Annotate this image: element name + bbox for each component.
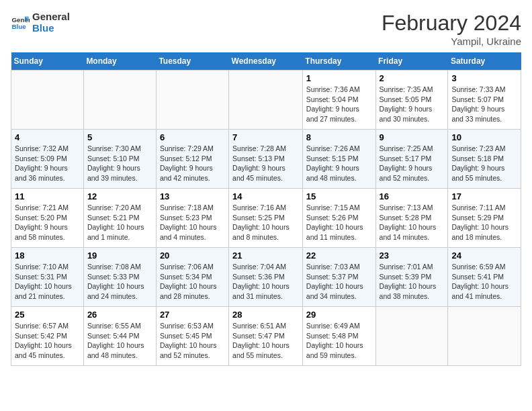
calendar-cell: 7Sunrise: 7:28 AMSunset: 5:13 PMDaylight… (229, 130, 303, 189)
weekday-header-sunday: Sunday (11, 52, 84, 71)
day-number: 14 (232, 191, 299, 201)
day-info: Sunrise: 7:10 AMSunset: 5:31 PMDaylight:… (15, 262, 80, 302)
page-header: General Blue General Blue February 2024 … (11, 11, 521, 47)
day-number: 23 (380, 250, 445, 261)
calendar-cell: 16Sunrise: 7:13 AMSunset: 5:28 PMDayligh… (375, 189, 448, 248)
day-number: 13 (160, 191, 225, 201)
svg-text:Blue: Blue (11, 23, 26, 30)
day-number: 3 (451, 73, 517, 83)
calendar-cell: 24Sunrise: 6:59 AMSunset: 5:41 PMDayligh… (448, 248, 521, 307)
day-number: 10 (451, 132, 517, 142)
day-number: 5 (87, 132, 152, 142)
day-info: Sunrise: 7:01 AMSunset: 5:39 PMDaylight:… (380, 262, 445, 302)
calendar-week-3: 11Sunrise: 7:21 AMSunset: 5:20 PMDayligh… (11, 189, 521, 248)
day-info: Sunrise: 7:25 AMSunset: 5:17 PMDaylight:… (380, 144, 445, 183)
day-number: 7 (232, 132, 299, 142)
day-info: Sunrise: 6:57 AMSunset: 5:42 PMDaylight:… (15, 321, 80, 361)
calendar-cell: 29Sunrise: 6:49 AMSunset: 5:48 PMDayligh… (302, 307, 375, 366)
calendar-cell: 17Sunrise: 7:11 AMSunset: 5:29 PMDayligh… (448, 189, 521, 248)
day-number: 21 (232, 250, 299, 261)
day-info: Sunrise: 7:15 AMSunset: 5:26 PMDaylight:… (306, 203, 372, 242)
calendar-cell: 19Sunrise: 7:08 AMSunset: 5:33 PMDayligh… (83, 248, 156, 307)
day-number: 29 (306, 310, 372, 320)
location-subtitle: Yampil, Ukraine (382, 36, 521, 47)
calendar-cell: 11Sunrise: 7:21 AMSunset: 5:20 PMDayligh… (11, 189, 84, 248)
weekday-header-tuesday: Tuesday (156, 52, 228, 71)
day-info: Sunrise: 7:03 AMSunset: 5:37 PMDaylight:… (306, 262, 372, 302)
day-info: Sunrise: 7:35 AMSunset: 5:05 PMDaylight:… (380, 85, 445, 124)
calendar-cell: 28Sunrise: 6:51 AMSunset: 5:47 PMDayligh… (229, 307, 303, 366)
weekday-header-saturday: Saturday (448, 52, 521, 71)
calendar-cell: 2Sunrise: 7:35 AMSunset: 5:05 PMDaylight… (375, 71, 448, 130)
logo-icon: General Blue (11, 13, 30, 32)
month-title: February 2024 (382, 11, 521, 36)
calendar-cell: 23Sunrise: 7:01 AMSunset: 5:39 PMDayligh… (375, 248, 448, 307)
calendar-week-1: 1Sunrise: 7:36 AMSunset: 5:04 PMDaylight… (11, 71, 521, 130)
day-info: Sunrise: 7:16 AMSunset: 5:25 PMDaylight:… (232, 203, 299, 242)
day-info: Sunrise: 7:36 AMSunset: 5:04 PMDaylight:… (306, 85, 372, 124)
logo-blue: Blue (32, 22, 70, 34)
day-number: 20 (160, 250, 225, 261)
calendar-cell: 25Sunrise: 6:57 AMSunset: 5:42 PMDayligh… (11, 307, 84, 366)
weekday-header-thursday: Thursday (302, 52, 375, 71)
day-number: 2 (380, 73, 445, 83)
day-info: Sunrise: 7:33 AMSunset: 5:07 PMDaylight:… (451, 85, 517, 124)
calendar-cell: 3Sunrise: 7:33 AMSunset: 5:07 PMDaylight… (448, 71, 521, 130)
calendar-cell: 20Sunrise: 7:06 AMSunset: 5:34 PMDayligh… (156, 248, 228, 307)
calendar-cell: 12Sunrise: 7:20 AMSunset: 5:21 PMDayligh… (83, 189, 156, 248)
day-info: Sunrise: 7:28 AMSunset: 5:13 PMDaylight:… (232, 144, 299, 183)
day-info: Sunrise: 7:11 AMSunset: 5:29 PMDaylight:… (451, 203, 517, 242)
calendar-week-2: 4Sunrise: 7:32 AMSunset: 5:09 PMDaylight… (11, 130, 521, 189)
weekday-header-row: SundayMondayTuesdayWednesdayThursdayFrid… (11, 52, 521, 71)
day-number: 27 (160, 310, 225, 320)
day-number: 17 (451, 191, 517, 201)
weekday-header-wednesday: Wednesday (229, 52, 303, 71)
day-number: 28 (232, 310, 299, 320)
day-number: 15 (306, 191, 372, 201)
day-number: 1 (306, 73, 372, 83)
calendar-cell: 6Sunrise: 7:29 AMSunset: 5:12 PMDaylight… (156, 130, 228, 189)
calendar-cell (448, 307, 521, 366)
calendar-cell: 21Sunrise: 7:04 AMSunset: 5:36 PMDayligh… (229, 248, 303, 307)
calendar-week-5: 25Sunrise: 6:57 AMSunset: 5:42 PMDayligh… (11, 307, 521, 366)
day-info: Sunrise: 7:23 AMSunset: 5:18 PMDaylight:… (451, 144, 517, 183)
day-number: 19 (87, 250, 152, 261)
day-info: Sunrise: 7:29 AMSunset: 5:12 PMDaylight:… (160, 144, 225, 183)
day-number: 24 (451, 250, 517, 261)
calendar-cell (156, 71, 228, 130)
calendar-cell: 22Sunrise: 7:03 AMSunset: 5:37 PMDayligh… (302, 248, 375, 307)
day-info: Sunrise: 7:18 AMSunset: 5:23 PMDaylight:… (160, 203, 225, 242)
day-number: 11 (15, 191, 80, 201)
calendar-cell: 15Sunrise: 7:15 AMSunset: 5:26 PMDayligh… (302, 189, 375, 248)
weekday-header-friday: Friday (375, 52, 448, 71)
day-info: Sunrise: 7:08 AMSunset: 5:33 PMDaylight:… (87, 262, 152, 302)
calendar-table: SundayMondayTuesdayWednesdayThursdayFrid… (11, 52, 521, 366)
calendar-cell: 14Sunrise: 7:16 AMSunset: 5:25 PMDayligh… (229, 189, 303, 248)
weekday-header-monday: Monday (83, 52, 156, 71)
day-info: Sunrise: 7:20 AMSunset: 5:21 PMDaylight:… (87, 203, 152, 242)
day-info: Sunrise: 6:53 AMSunset: 5:45 PMDaylight:… (160, 321, 225, 361)
day-info: Sunrise: 6:49 AMSunset: 5:48 PMDaylight:… (306, 321, 372, 361)
day-number: 12 (87, 191, 152, 201)
day-info: Sunrise: 7:26 AMSunset: 5:15 PMDaylight:… (306, 144, 372, 183)
day-info: Sunrise: 7:30 AMSunset: 5:10 PMDaylight:… (87, 144, 152, 183)
day-number: 9 (380, 132, 445, 142)
day-info: Sunrise: 6:55 AMSunset: 5:44 PMDaylight:… (87, 321, 152, 361)
calendar-cell (229, 71, 303, 130)
day-number: 4 (15, 132, 80, 142)
calendar-cell: 10Sunrise: 7:23 AMSunset: 5:18 PMDayligh… (448, 130, 521, 189)
title-block: February 2024 Yampil, Ukraine (382, 11, 521, 47)
day-number: 16 (380, 191, 445, 201)
calendar-cell: 18Sunrise: 7:10 AMSunset: 5:31 PMDayligh… (11, 248, 84, 307)
day-info: Sunrise: 6:51 AMSunset: 5:47 PMDaylight:… (232, 321, 299, 361)
day-info: Sunrise: 7:21 AMSunset: 5:20 PMDaylight:… (15, 203, 80, 242)
day-info: Sunrise: 7:06 AMSunset: 5:34 PMDaylight:… (160, 262, 225, 302)
day-number: 6 (160, 132, 225, 142)
calendar-cell (83, 71, 156, 130)
day-number: 26 (87, 310, 152, 320)
day-number: 18 (15, 250, 80, 261)
calendar-cell: 9Sunrise: 7:25 AMSunset: 5:17 PMDaylight… (375, 130, 448, 189)
calendar-cell (375, 307, 448, 366)
day-info: Sunrise: 7:32 AMSunset: 5:09 PMDaylight:… (15, 144, 80, 183)
day-info: Sunrise: 7:04 AMSunset: 5:36 PMDaylight:… (232, 262, 299, 302)
